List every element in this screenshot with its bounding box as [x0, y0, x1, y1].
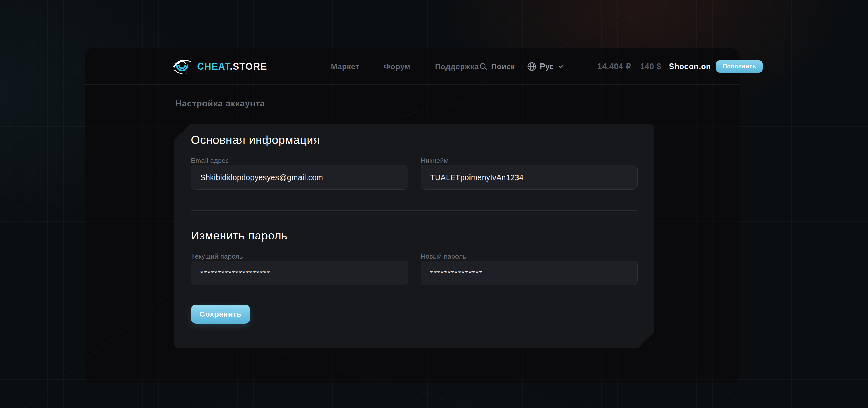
basic-info-heading: Основная информация — [191, 133, 320, 147]
email-field[interactable] — [191, 165, 408, 190]
save-button[interactable]: Сохранить — [191, 305, 250, 324]
top-navigation-bar: CHEAT.STORE Маркет Форум Поддержка Поиск… — [85, 48, 740, 84]
main-nav: Маркет Форум Поддержка — [331, 62, 479, 71]
nickname-field[interactable] — [421, 165, 638, 190]
nav-item-forum[interactable]: Форум — [384, 62, 410, 71]
new-password-field[interactable] — [421, 261, 638, 285]
current-password-field[interactable] — [191, 261, 408, 285]
brand-primary: CHEAT — [197, 61, 230, 72]
language-selector[interactable]: Рус — [527, 62, 565, 72]
search-control[interactable]: Поиск — [479, 62, 515, 71]
language-label: Рус — [540, 62, 554, 71]
page-title: Настройка аккаунта — [176, 98, 265, 108]
search-label: Поиск — [491, 62, 515, 71]
nav-item-support[interactable]: Поддержка — [435, 62, 479, 71]
change-password-heading: Изменить пароль — [191, 229, 288, 242]
globe-icon — [527, 62, 537, 72]
logo[interactable]: CHEAT.STORE — [171, 57, 267, 76]
eye-logo-icon — [171, 57, 194, 76]
new-password-label: Новый пароль — [421, 252, 466, 260]
chevron-down-icon — [557, 63, 565, 70]
balance-rub: 14.404 ₽ — [597, 62, 631, 71]
nav-item-market[interactable]: Маркет — [331, 62, 359, 71]
search-icon — [479, 62, 488, 71]
header-right-group: Поиск Рус 14.404 ₽ 140 $ Shocon.on Попол… — [479, 61, 763, 73]
nickname-label: Никнейм — [421, 157, 448, 165]
balances: 14.404 ₽ 140 $ — [597, 62, 661, 71]
logo-wordmark: CHEAT.STORE — [197, 61, 267, 72]
brand-secondary: .STORE — [230, 61, 267, 72]
balance-usd: 140 $ — [640, 62, 661, 71]
email-label: Email адрес — [191, 157, 229, 165]
username[interactable]: Shocon.on — [669, 62, 711, 71]
current-password-label: Текущий пароль — [191, 252, 243, 260]
account-settings-card: Основная информация Email адрес Никнейм … — [174, 124, 654, 348]
topup-button[interactable]: Пополнить — [716, 61, 763, 73]
section-divider — [191, 210, 637, 211]
